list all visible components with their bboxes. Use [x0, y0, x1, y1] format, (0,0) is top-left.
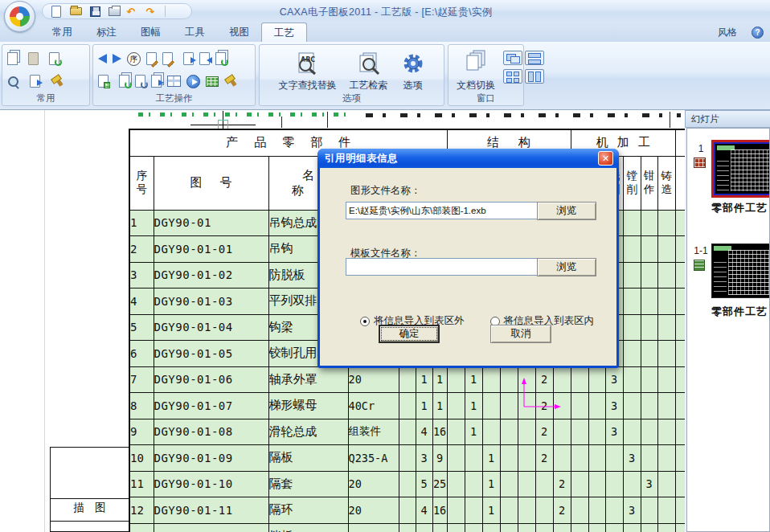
proc-mark-cell: 1: [482, 445, 500, 472]
proc-mark-cell: [553, 419, 571, 445]
edit-card-button[interactable]: [145, 49, 158, 68]
proc-mark-cell: [447, 471, 465, 497]
paste-button[interactable]: [27, 49, 45, 68]
proc-mark-cell: [605, 497, 623, 524]
refresh-button[interactable]: [47, 49, 61, 68]
slide-number: 1: [692, 143, 710, 154]
window-arrange-buttons: [503, 51, 544, 94]
redraw-button[interactable]: [49, 72, 63, 91]
graphic-file-input[interactable]: [346, 202, 543, 219]
sequence-button[interactable]: 序: [125, 49, 142, 68]
proc-mark-cell: 1: [465, 419, 482, 445]
pan-button[interactable]: [28, 72, 47, 91]
layout-grid-icon: [167, 76, 181, 87]
tab-工具[interactable]: 工具: [173, 23, 217, 42]
clipped-line: [670, 112, 670, 128]
back-card-button[interactable]: [96, 49, 109, 68]
tile-vertical-button[interactable]: [525, 69, 544, 84]
browse-template-button[interactable]: 浏览: [537, 258, 596, 276]
proc-mark-cell: 1: [482, 471, 500, 497]
proc-mark-cell: [500, 393, 518, 419]
row-qty-cell: 4: [416, 523, 432, 532]
tab-常用[interactable]: 常用: [40, 23, 84, 42]
save-button[interactable]: [88, 5, 102, 18]
copy-button[interactable]: [6, 49, 24, 68]
play-button[interactable]: [185, 72, 202, 91]
app-logo-button[interactable]: [4, 1, 35, 32]
browse-graphic-button[interactable]: 浏览: [537, 202, 596, 220]
document-switch-button[interactable]: 文档切换: [452, 47, 500, 99]
radio-selected-icon: [360, 317, 370, 326]
cascade-windows-button[interactable]: [503, 51, 522, 65]
row-no-cell: 4: [129, 289, 154, 315]
ribbon: 常用 序: [0, 42, 770, 110]
row-code-cell: DGY90-01-05: [154, 341, 268, 367]
tile-horizontal-button[interactable]: [525, 51, 544, 65]
find-replace-label: 文字查找替换: [279, 79, 337, 92]
proc-mark-cell: [623, 210, 641, 236]
row-name-cell: 轴承外罩: [268, 366, 348, 393]
tile-grid-button[interactable]: [503, 69, 522, 84]
proc-mark-cell: 1: [482, 497, 500, 524]
proc-mark-cell: [447, 523, 465, 532]
forward-card-button[interactable]: [111, 49, 123, 68]
row-code-cell: DGY90-01-07: [154, 393, 268, 419]
proc-mark-cell: [641, 393, 657, 419]
refresh-cards-button[interactable]: [117, 72, 131, 91]
row-code-cell: DGY90-01-08: [154, 419, 268, 445]
import-card-button[interactable]: [198, 49, 211, 68]
tab-工艺[interactable]: 工艺: [261, 23, 307, 42]
edit-table-button[interactable]: [161, 49, 179, 68]
zoom-button[interactable]: [6, 72, 26, 91]
proc-mark-cell: [518, 419, 535, 445]
swap-pages-button[interactable]: [133, 72, 147, 91]
row-no-cell: 12: [129, 497, 154, 524]
proc-mark-cell: [588, 497, 605, 524]
proc-mark-cell: 1: [465, 366, 482, 393]
slide-thumbnail[interactable]: [711, 243, 770, 298]
ok-button[interactable]: 确定: [379, 325, 440, 343]
clipped-black-geometry: [366, 113, 681, 117]
close-icon[interactable]: ✕: [598, 151, 613, 166]
exchange-cards-button[interactable]: [214, 49, 227, 68]
find-replace-button[interactable]: ABC 文字查找替换: [274, 47, 342, 99]
cycle-pages-button[interactable]: [149, 72, 163, 91]
proc-mark-cell: [571, 445, 588, 472]
open-document-button[interactable]: [68, 5, 83, 18]
table-row: 13DGY90-01-12挡板Q345-B4: [129, 523, 698, 532]
ribbon-tabs-row: 常用标注图幅工具视图工艺 风格 ?: [0, 23, 770, 42]
row-total-cell: 16: [432, 419, 447, 445]
slide-thumbnail[interactable]: [711, 140, 770, 198]
toolbar-options-button[interactable]: [170, 5, 185, 18]
row-code-cell: DGY90-01: [154, 210, 268, 236]
slides-panel-title: 幻灯片: [685, 110, 770, 128]
row-code-cell: DGY90-01-09: [154, 445, 268, 472]
redo-button[interactable]: ↷: [145, 5, 160, 18]
tab-图幅[interactable]: 图幅: [129, 23, 173, 42]
brush-button[interactable]: [223, 72, 237, 91]
cancel-button[interactable]: 取消: [490, 325, 551, 343]
proc-mark-cell: [571, 419, 588, 445]
new-document-button[interactable]: [49, 5, 63, 18]
style-menu-button[interactable]: 风格: [718, 26, 737, 39]
import-table-button[interactable]: [96, 72, 115, 91]
proc-mark-cell: [641, 445, 657, 472]
row-code-cell: DGY90-01-01: [154, 236, 268, 263]
table-button[interactable]: [204, 72, 220, 91]
print-button[interactable]: [107, 5, 121, 18]
template-file-input[interactable]: [346, 258, 543, 276]
row-total-cell: 1: [432, 366, 447, 393]
undo-button[interactable]: ↶: [126, 5, 141, 18]
row-code-cell: DGY90-01-04: [154, 314, 268, 341]
export-card-button[interactable]: [182, 49, 195, 68]
row-qty-cell: 5: [416, 471, 432, 497]
help-icon[interactable]: ?: [752, 27, 764, 39]
tab-标注[interactable]: 标注: [84, 23, 129, 42]
options-button[interactable]: 选项: [396, 47, 430, 99]
layout-grid-button[interactable]: [166, 72, 182, 91]
tab-视图[interactable]: 视图: [217, 23, 261, 42]
refresh-cards-icon: [119, 75, 129, 88]
row-empty-cell: [399, 419, 416, 445]
process-search-button[interactable]: 工艺检索: [345, 47, 393, 99]
dialog-titlebar[interactable]: 引用明细表信息: [317, 149, 619, 168]
